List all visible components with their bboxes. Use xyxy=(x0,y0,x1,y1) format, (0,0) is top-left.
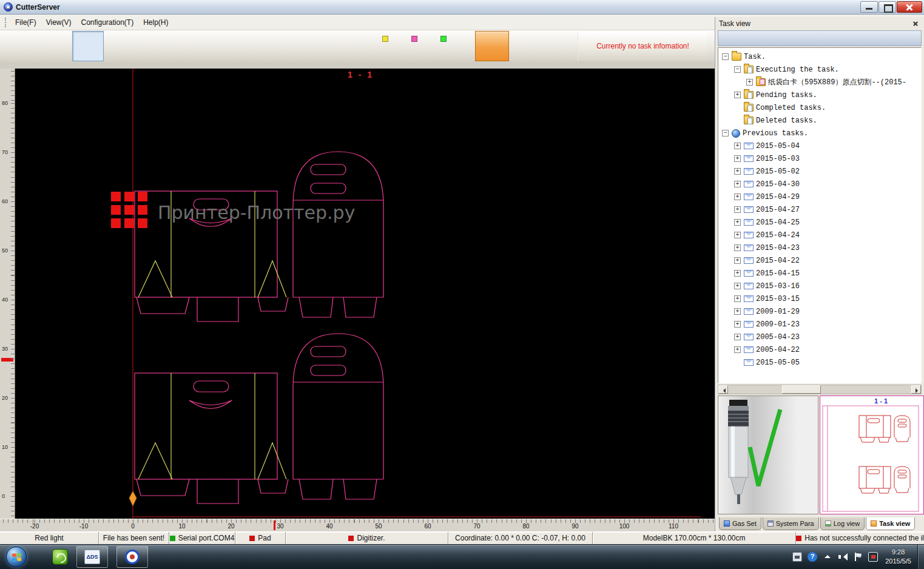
zoom-button[interactable] xyxy=(72,31,104,61)
tree-item[interactable]: 2015-04-23 xyxy=(718,241,921,254)
expand-toggle[interactable] xyxy=(734,232,741,238)
help-icon[interactable] xyxy=(808,552,817,562)
tree-item[interactable]: 2015-04-15 xyxy=(718,267,921,280)
tree-item[interactable]: Pending tasks. xyxy=(718,89,921,101)
grid-test-button[interactable] xyxy=(236,31,268,61)
expand-toggle[interactable] xyxy=(734,155,741,162)
tab-system-para[interactable]: System Para xyxy=(763,517,819,530)
move-up-button[interactable] xyxy=(752,32,764,44)
tree-item[interactable]: 2005-04-23 xyxy=(718,331,921,343)
expand-toggle[interactable] xyxy=(734,270,741,277)
tree-item[interactable]: 2015-04-22 xyxy=(718,254,921,267)
maximize-button[interactable] xyxy=(878,1,896,13)
comb-button[interactable] xyxy=(138,31,169,61)
pen-tool-yellow-button[interactable] xyxy=(377,31,405,61)
taskbar-cutterserver-app-button[interactable] xyxy=(116,546,148,568)
panel-close-icon[interactable] xyxy=(911,19,920,29)
launcher-icon[interactable] xyxy=(52,549,68,565)
tree-item[interactable]: 2009-01-23 xyxy=(718,318,921,331)
workspace: 80706050403020100 1 - 1 xyxy=(0,62,715,531)
run-task-button[interactable] xyxy=(722,32,734,44)
close-button[interactable] xyxy=(897,1,922,13)
tree-item-icon xyxy=(756,78,766,86)
tree-item[interactable]: 2015-04-30 xyxy=(718,178,921,190)
show-hidden-icons[interactable] xyxy=(823,552,832,562)
expand-toggle[interactable] xyxy=(734,92,741,98)
menu-file[interactable]: File(F) xyxy=(10,16,41,29)
volume-icon[interactable] xyxy=(838,552,848,562)
scrollbar-thumb[interactable] xyxy=(782,385,821,394)
tree-item-icon xyxy=(744,283,754,289)
tree-item[interactable]: 2015-03-15 xyxy=(718,292,921,305)
tree-item[interactable]: 2015-04-25 xyxy=(718,216,921,229)
ads-button[interactable] xyxy=(334,31,366,61)
menu-help[interactable]: Help(H) xyxy=(138,16,173,29)
expand-toggle[interactable] xyxy=(734,219,741,226)
expand-toggle[interactable] xyxy=(734,244,741,251)
start-button[interactable] xyxy=(7,31,38,61)
tree-item[interactable]: 2005-04-22 xyxy=(718,343,921,356)
expand-toggle[interactable] xyxy=(734,321,741,328)
expand-toggle[interactable] xyxy=(734,194,741,200)
panel-horizontal-scrollbar[interactable] xyxy=(718,385,922,394)
lamp-button[interactable] xyxy=(105,31,137,61)
expand-toggle[interactable] xyxy=(734,143,741,149)
show-desktop-button[interactable] xyxy=(917,545,924,569)
expand-toggle[interactable] xyxy=(734,66,741,73)
menu-configuration[interactable]: Configuration(T) xyxy=(76,16,138,29)
tab-task-view[interactable]: Task view xyxy=(866,517,915,530)
scroll-left-arrow[interactable] xyxy=(718,385,728,394)
keyboard-icon[interactable] xyxy=(792,552,802,562)
expand-toggle[interactable] xyxy=(722,130,729,136)
expand-toggle[interactable] xyxy=(734,334,741,340)
flag-icon[interactable] xyxy=(853,552,863,562)
tab-log-view[interactable]: Log view xyxy=(820,517,865,530)
tree-item[interactable]: 2015-04-24 xyxy=(718,229,921,241)
tree-item[interactable]: 2015-05-05 xyxy=(718,356,921,369)
scroll-right-arrow[interactable] xyxy=(911,385,921,394)
active-tool-button[interactable] xyxy=(475,31,509,61)
pen-tool-pink-button[interactable] xyxy=(406,31,434,61)
tree-item[interactable]: 纸袋白卡（595X889）原点切割--(2015- xyxy=(718,76,921,89)
tree-item[interactable]: Deleted tasks. xyxy=(718,114,921,127)
expand-toggle[interactable] xyxy=(734,257,741,264)
start-button[interactable] xyxy=(6,547,27,567)
manual-move-button[interactable] xyxy=(170,31,202,61)
tree-item[interactable]: 2015-03-16 xyxy=(718,280,921,292)
expand-toggle[interactable] xyxy=(734,295,741,302)
refresh-button[interactable] xyxy=(767,32,780,44)
stop-button[interactable] xyxy=(39,31,71,61)
status-text: Has not successfully connected the il xyxy=(804,534,924,542)
tree-item[interactable]: 2015-05-02 xyxy=(718,165,921,178)
monitor-icon[interactable] xyxy=(868,552,878,562)
drawing-canvas[interactable]: 1 - 1 xyxy=(15,69,715,519)
expand-toggle[interactable] xyxy=(734,346,741,353)
expand-toggle[interactable] xyxy=(746,79,753,86)
menu-view[interactable]: View(V) xyxy=(41,16,76,29)
expand-toggle[interactable] xyxy=(734,168,741,175)
taskbar-ads-app-button[interactable] xyxy=(76,546,108,568)
tree-item[interactable]: Previous tasks. xyxy=(718,127,921,140)
digitizer-pen-button[interactable] xyxy=(269,31,300,61)
switch-button[interactable] xyxy=(302,31,333,61)
expand-toggle[interactable] xyxy=(722,53,729,60)
pen-tool-green-button[interactable] xyxy=(436,31,464,61)
tab-gas-set[interactable]: Gas Set xyxy=(719,517,761,530)
sleep-timer-button[interactable] xyxy=(203,31,235,61)
tree-item[interactable]: 2015-04-27 xyxy=(718,203,921,216)
taskbar-clock[interactable]: 9:28 2015/5/5 xyxy=(885,548,911,566)
tree-item[interactable]: 2015-04-29 xyxy=(718,190,921,203)
expand-toggle[interactable] xyxy=(734,308,741,315)
expand-toggle[interactable] xyxy=(734,283,741,289)
tree-item[interactable]: 2015-05-03 xyxy=(718,152,921,165)
expand-toggle[interactable] xyxy=(734,181,741,187)
tree-item[interactable]: Task. xyxy=(718,50,921,63)
tree-item[interactable]: Completed tasks. xyxy=(718,101,921,114)
tree-item[interactable]: Executing the task. xyxy=(718,63,921,76)
tree-item[interactable]: 2009-01-29 xyxy=(718,305,921,318)
tree-item[interactable]: 2015-05-04 xyxy=(718,140,921,152)
minimize-button[interactable] xyxy=(860,1,878,13)
delete-task-button[interactable] xyxy=(783,32,795,44)
print-button[interactable] xyxy=(737,32,749,44)
expand-toggle[interactable] xyxy=(734,206,741,213)
